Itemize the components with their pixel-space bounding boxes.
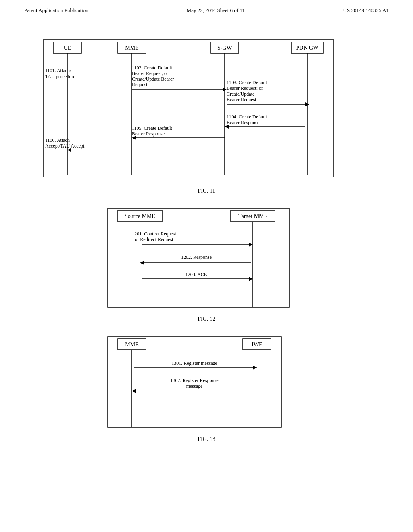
svg-text:1102. Create Default: 1102. Create Default [132, 65, 173, 71]
svg-text:1202. Response: 1202. Response [181, 254, 212, 260]
svg-text:1301. Register  message: 1301. Register message [171, 360, 217, 366]
svg-text:Bearer Request; or: Bearer Request; or [227, 85, 263, 91]
svg-text:S-GW: S-GW [217, 45, 232, 51]
svg-text:MME: MME [125, 45, 138, 51]
content: UE MME S-GW PDN GW 1101. Attach/ TAU pro… [0, 18, 413, 463]
svg-text:1203. ACK: 1203. ACK [186, 272, 208, 277]
svg-text:Bearer Response: Bearer Response [227, 120, 259, 125]
svg-text:TAU procedure: TAU procedure [45, 74, 75, 79]
svg-text:message: message [186, 383, 203, 389]
svg-text:IWF: IWF [252, 341, 262, 347]
svg-text:MME: MME [125, 341, 138, 347]
svg-text:Request: Request [132, 82, 148, 87]
svg-text:1201. Context Request: 1201. Context Request [132, 231, 176, 237]
svg-text:PDN GW: PDN GW [296, 45, 319, 51]
svg-marker-68 [132, 389, 136, 393]
svg-text:1101. Attach/: 1101. Attach/ [45, 68, 71, 73]
svg-marker-64 [253, 366, 257, 370]
svg-text:1105. Create Default: 1105. Create Default [132, 125, 173, 131]
svg-marker-54 [249, 277, 253, 281]
svg-text:Bearer Response: Bearer Response [132, 131, 165, 137]
header-right: US 2014/0140325 A1 [343, 7, 389, 14]
header-left: Patent Application Publication [24, 7, 88, 14]
fig13-label: FIG. 13 [198, 436, 215, 443]
svg-marker-48 [249, 243, 253, 247]
svg-text:or Redirect Request: or Redirect Request [135, 237, 173, 242]
svg-text:Accept/TAU Accept: Accept/TAU Accept [45, 143, 85, 149]
fig12-label: FIG. 12 [198, 316, 215, 322]
patent-header: Patent Application Publication May 22, 2… [0, 0, 413, 18]
svg-text:1302. Register Response: 1302. Register Response [171, 378, 219, 383]
svg-rect-38 [43, 40, 334, 177]
svg-text:Bearer Request; or: Bearer Request; or [132, 71, 168, 76]
svg-text:1104. Create Default: 1104. Create Default [227, 114, 267, 120]
fig13-diagram: MME IWF 1301. Register message 1302. Reg… [106, 335, 307, 431]
figure-13: MME IWF 1301. Register message 1302. Reg… [32, 335, 381, 443]
header-middle: May 22, 2014 Sheet 6 of 11 [187, 7, 245, 14]
svg-text:Create/Update Bearer: Create/Update Bearer [132, 76, 174, 82]
fig11-label: FIG. 11 [198, 188, 215, 194]
svg-text:1103. Create Default: 1103. Create Default [227, 80, 267, 85]
figure-12: Source MME Target MME 1201. Context Requ… [32, 206, 381, 322]
svg-text:UE: UE [64, 45, 71, 51]
fig12-diagram: Source MME Target MME 1201. Context Requ… [106, 206, 307, 311]
svg-text:Source MME: Source MME [125, 213, 155, 219]
svg-text:Target MME: Target MME [238, 213, 267, 219]
svg-text:Bearer Request: Bearer Request [227, 97, 257, 102]
svg-text:1106. Attach: 1106. Attach [45, 137, 70, 143]
svg-text:Create/Update: Create/Update [227, 91, 254, 97]
svg-marker-51 [140, 261, 144, 265]
fig11-diagram: UE MME S-GW PDN GW 1101. Attach/ TAU pro… [41, 38, 372, 183]
figure-11: UE MME S-GW PDN GW 1101. Attach/ TAU pro… [32, 38, 381, 194]
